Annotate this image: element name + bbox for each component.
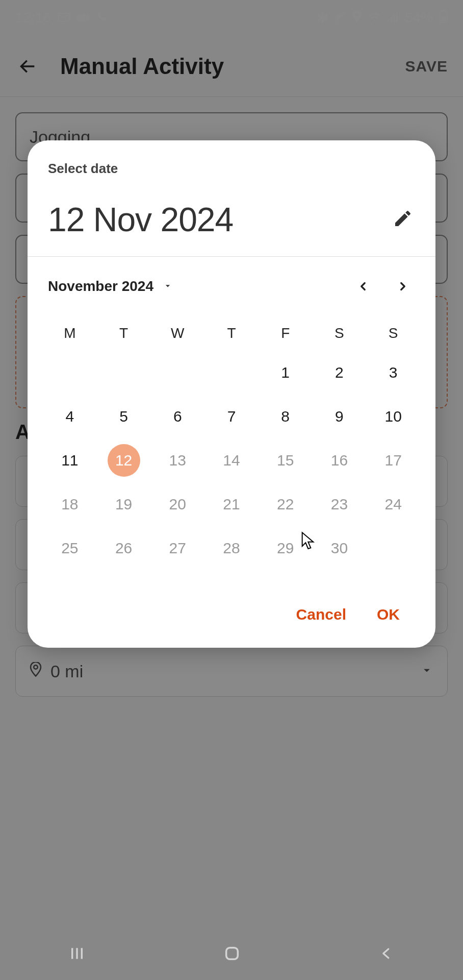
calendar-empty [97,351,151,395]
triangle-down-icon [163,278,173,295]
ok-button[interactable]: OK [377,606,400,623]
calendar-day[interactable]: 4 [43,395,97,438]
calendar-day[interactable]: 6 [150,395,204,438]
calendar-day[interactable]: 25 [43,526,97,570]
calendar-day[interactable]: 1 [259,351,313,395]
weekday-header: T [204,316,259,351]
date-picker-dialog: Select date 12 Nov 2024 November 2024 MT… [28,140,435,648]
calendar-day[interactable]: 27 [150,526,204,570]
calendar-day[interactable]: 24 [366,482,420,526]
cancel-button[interactable]: Cancel [296,606,346,623]
weekday-header: T [97,316,151,351]
month-label: November 2024 [48,278,153,295]
calendar-day[interactable]: 8 [259,395,313,438]
selected-date-display: 12 Nov 2024 [48,200,233,239]
weekday-header: S [313,316,367,351]
calendar-day[interactable]: 17 [366,438,420,482]
calendar-empty [43,351,97,395]
calendar-day[interactable]: 15 [259,438,313,482]
system-nav-bar [0,929,463,980]
calendar-day[interactable]: 7 [204,395,259,438]
edit-date-button[interactable] [393,208,415,231]
calendar-day[interactable]: 29 [259,526,313,570]
calendar-day[interactable]: 22 [259,482,313,526]
weekday-header: W [150,316,204,351]
calendar-empty [204,351,259,395]
calendar-day[interactable]: 21 [204,482,259,526]
calendar-day[interactable]: 12 [97,438,151,482]
calendar-day[interactable]: 13 [150,438,204,482]
svg-rect-12 [226,948,238,960]
dialog-label: Select date [48,161,415,177]
calendar-day[interactable]: 10 [366,395,420,438]
calendar-day[interactable]: 16 [313,438,367,482]
calendar-day[interactable]: 30 [313,526,367,570]
next-month-button[interactable] [391,274,415,299]
calendar-day[interactable]: 19 [97,482,151,526]
weekday-header: M [43,316,97,351]
recents-button[interactable] [69,945,85,964]
home-button[interactable] [223,945,241,964]
calendar-day[interactable]: 26 [97,526,151,570]
calendar-day[interactable]: 2 [313,351,367,395]
calendar-day[interactable]: 3 [366,351,420,395]
calendar-day[interactable]: 14 [204,438,259,482]
nav-back-button[interactable] [379,946,394,963]
calendar-day[interactable]: 20 [150,482,204,526]
calendar-day[interactable]: 11 [43,438,97,482]
prev-month-button[interactable] [351,274,375,299]
month-dropdown[interactable]: November 2024 [48,278,173,295]
calendar-day[interactable]: 28 [204,526,259,570]
weekday-header: F [259,316,313,351]
calendar-day[interactable]: 9 [313,395,367,438]
calendar-empty [150,351,204,395]
weekday-header: S [366,316,420,351]
calendar-day[interactable]: 23 [313,482,367,526]
calendar-day[interactable]: 5 [97,395,151,438]
calendar-day[interactable]: 18 [43,482,97,526]
